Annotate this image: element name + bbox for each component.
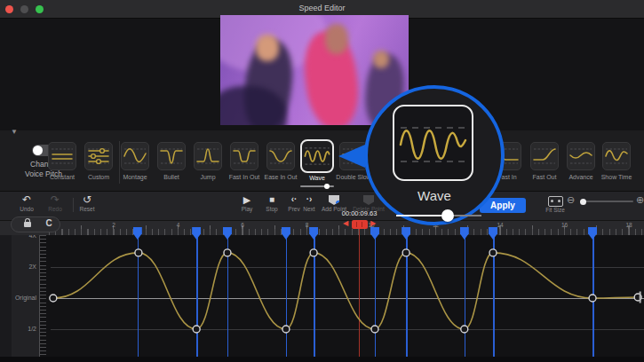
preset-jump[interactable]: Jump: [190, 142, 226, 180]
preset-thumbnail[interactable]: [194, 142, 222, 170]
playhead-flag[interactable]: [352, 220, 368, 229]
preset-mini-slider-knob[interactable]: [324, 184, 330, 189]
redo-button[interactable]: ↷Redo: [37, 193, 73, 212]
preset-thumbnail[interactable]: [530, 142, 559, 170]
wave-curve-graphic: [394, 106, 471, 178]
curve-control-point[interactable]: [402, 249, 409, 256]
preset-thumbnail[interactable]: [602, 142, 631, 170]
speed-curve-plot[interactable]: [0, 235, 644, 357]
preset-thumbnail[interactable]: [157, 142, 186, 170]
zoom-in-icon[interactable]: ⊕: [636, 194, 644, 206]
preset-fast-out[interactable]: Fast Out: [527, 142, 562, 180]
curve-control-point[interactable]: [371, 326, 378, 333]
preset-curve-icon: [568, 143, 594, 169]
ruler-number: 6: [234, 222, 251, 228]
preset-curve-icon: [158, 143, 185, 169]
curve-control-point[interactable]: [224, 249, 231, 256]
playhead-timecode: 00:00:09.63: [333, 209, 386, 217]
preset-thumbnail[interactable]: [300, 139, 334, 173]
timeline-ruler[interactable]: 24681012141618: [0, 220, 644, 236]
preset-label: Fast Out: [527, 174, 562, 180]
dancer-skin-right: [373, 51, 389, 68]
curve-tools-pill: C: [11, 216, 60, 232]
preset-label: Constant: [44, 174, 80, 180]
preset-label: Custom: [81, 174, 116, 180]
ruler-number: 2: [105, 222, 123, 228]
preset-label: Fast In Out: [227, 174, 262, 180]
magnified-preset-label: Wave: [368, 188, 501, 203]
preset-curve-icon: [85, 143, 112, 169]
fit-size-label: Fit Size: [535, 207, 576, 213]
ruler-number: 4: [170, 222, 187, 228]
curve-end-handle[interactable]: [640, 292, 641, 303]
window-title: Speed Editor: [0, 4, 644, 12]
timeline-zoom-slider[interactable]: [580, 201, 633, 202]
ruler-number: 14: [491, 222, 509, 228]
curve-control-point[interactable]: [135, 249, 142, 256]
preset-curve-icon: [122, 143, 148, 169]
toggle-knob: [33, 146, 43, 155]
curve-c-icon[interactable]: C: [42, 218, 56, 228]
curve-control-point[interactable]: [589, 295, 596, 302]
reset-icon: ↺: [69, 193, 105, 206]
collapse-panel-caret-icon[interactable]: ▼: [11, 128, 18, 136]
preset-custom[interactable]: Custom: [81, 142, 116, 180]
preset-curve-icon: [49, 143, 76, 169]
curve-control-point[interactable]: [310, 249, 317, 256]
preset-curve-icon: [302, 141, 332, 171]
preset-bullet[interactable]: Bullet: [154, 142, 189, 180]
dancer-skin-center: [325, 24, 348, 54]
fit-size-icon[interactable]: [548, 196, 563, 207]
wave-preset-thumbnail-zoomed[interactable]: [393, 105, 473, 181]
preset-curve-icon: [603, 143, 630, 169]
preset-label: Montage: [117, 174, 153, 180]
ruler-number: 8: [298, 222, 316, 228]
preset-mini-slider[interactable]: [300, 185, 334, 187]
curve-control-point[interactable]: [50, 295, 57, 302]
zoom-out-icon[interactable]: ⊖: [567, 194, 575, 206]
preset-curve-icon: [531, 143, 558, 169]
preset-curve-icon: [195, 143, 221, 169]
preset-thumbnail[interactable]: [84, 142, 113, 170]
preset-thumbnail[interactable]: [48, 142, 76, 170]
bottom-strip: [0, 357, 644, 362]
preset-label: Ease In Out: [263, 174, 298, 180]
preset-thumbnail[interactable]: [230, 142, 258, 170]
speed-editor-window: Speed Editor ▼ Change Voice Pitch Consta…: [0, 0, 644, 362]
preset-strip: ▼ Change Voice Pitch ConstantCustomMonta…: [0, 130, 644, 191]
lock-icon[interactable]: [24, 222, 31, 227]
playhead-step-back-icon[interactable]: ◀: [343, 219, 348, 227]
preset-label: Wave: [299, 175, 335, 181]
ruler-number: 18: [620, 222, 638, 228]
magnifier-pointer-triangle: [338, 145, 365, 168]
preset-show-time[interactable]: Show Time: [599, 142, 634, 180]
preset-wave[interactable]: Wave: [299, 142, 335, 181]
timeline-zoom-knob[interactable]: [580, 199, 586, 205]
redo-icon: ↷: [37, 193, 73, 206]
preset-montage[interactable]: Montage: [117, 142, 153, 180]
preset-label: Double Slow: [336, 174, 371, 180]
speed-curve-path: [53, 253, 638, 329]
dancer-skin-left: [256, 35, 279, 61]
preset-advance[interactable]: Advance: [563, 142, 599, 180]
wave-magnifier-overlay: Wave: [364, 85, 505, 225]
playhead-step-forward-icon[interactable]: ▶: [370, 219, 376, 227]
preset-ease-in-out[interactable]: Ease In Out: [263, 142, 298, 180]
preset-constant[interactable]: Constant: [44, 142, 80, 180]
preset-curve-icon: [267, 143, 294, 169]
add-point-icon: +: [329, 195, 339, 205]
preset-thumbnail[interactable]: [266, 142, 295, 170]
preset-label: Advance: [563, 174, 599, 180]
video-preview: [220, 15, 409, 125]
magnified-slider-knob[interactable]: [441, 209, 454, 222]
preset-thumbnail[interactable]: [121, 142, 149, 170]
preset-fast-in-out[interactable]: Fast In Out: [227, 142, 262, 180]
curve-control-point[interactable]: [489, 249, 497, 256]
preset-thumbnail[interactable]: [567, 142, 595, 170]
reset-button[interactable]: ↺Reset: [69, 193, 105, 212]
preset-curve-icon: [231, 143, 258, 169]
curve-control-point[interactable]: [461, 326, 468, 333]
curve-control-point[interactable]: [193, 326, 200, 333]
curve-control-point[interactable]: [282, 326, 290, 333]
preset-label: Bullet: [154, 174, 189, 180]
